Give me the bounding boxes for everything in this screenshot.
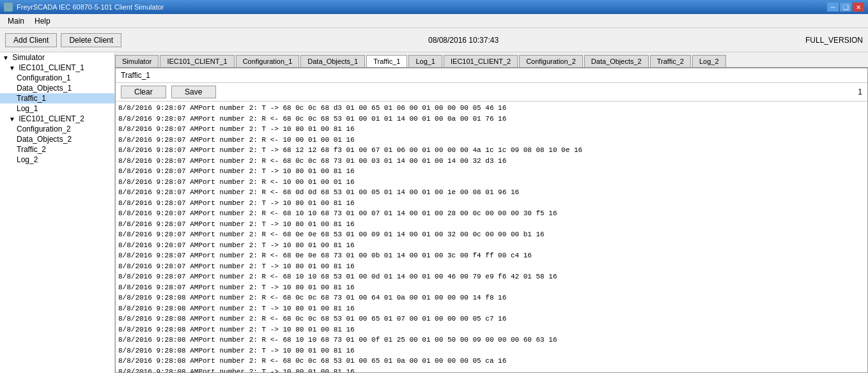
- log-line: 8/8/2016 9:28:08 AMPort number 2: R <- 6…: [118, 335, 865, 346]
- menu-item-help[interactable]: Help: [29, 15, 56, 27]
- log-line: 8/8/2016 9:28:07 AMPort number 2: T -> 1…: [118, 282, 865, 293]
- tab-traffic-2[interactable]: Traffic_2: [650, 55, 691, 67]
- log-line: 8/8/2016 9:28:07 AMPort number 2: R <- 6…: [118, 187, 865, 198]
- log-line: 8/8/2016 9:28:08 AMPort number 2: T -> 1…: [118, 346, 865, 356]
- traffic-toolbar-left: Clear Save: [121, 86, 216, 98]
- sidebar: ▼ Simulator ▼ IEC101_CLIENT_1 Configurat…: [0, 52, 115, 373]
- sidebar-item-iec101-client-1[interactable]: ▼ IEC101_CLIENT_1: [0, 63, 114, 73]
- traffic-panel-title: Traffic_1: [116, 68, 867, 83]
- sidebar-child-label: Log_2: [17, 155, 38, 164]
- app-icon: [4, 3, 13, 11]
- delete-client-button[interactable]: Delete Client: [61, 33, 121, 47]
- sidebar-item-iec101-client-2[interactable]: ▼ IEC101_CLIENT_2: [0, 114, 114, 124]
- add-client-button[interactable]: Add Client: [5, 33, 57, 47]
- sidebar-item-data-objects-1[interactable]: Data_Objects_1: [0, 83, 114, 93]
- toolbar-left: Add Client Delete Client: [5, 33, 121, 47]
- save-button[interactable]: Save: [171, 86, 216, 98]
- log-line: 8/8/2016 9:28:07 AMPort number 2: R <- 6…: [118, 229, 865, 240]
- log-line: 8/8/2016 9:28:07 AMPort number 2: T -> 1…: [118, 240, 865, 251]
- sidebar-root[interactable]: ▼ Simulator: [0, 52, 114, 63]
- log-line: 8/8/2016 9:28:07 AMPort number 2: R <- 6…: [118, 271, 865, 282]
- restore-button[interactable]: ❑: [840, 3, 851, 11]
- tab-log-1[interactable]: Log_1: [408, 55, 442, 67]
- tab-bar: Simulator IEC101_CLIENT_1 Configuration_…: [115, 52, 868, 68]
- sidebar-child-label: Configuration_2: [17, 125, 71, 133]
- tab-data-objects-1[interactable]: Data_Objects_1: [300, 55, 365, 67]
- log-line: 8/8/2016 9:28:07 AMPort number 2: R <- 6…: [118, 114, 865, 125]
- close-button[interactable]: ✕: [853, 3, 864, 11]
- log-line: 8/8/2016 9:28:07 AMPort number 2: R <- 6…: [118, 156, 865, 167]
- sidebar-item-log-1[interactable]: Log_1: [0, 103, 114, 114]
- tab-iec101-client-1[interactable]: IEC101_CLIENT_1: [160, 55, 234, 67]
- log-line: 8/8/2016 9:28:07 AMPort number 2: R <- 6…: [118, 208, 865, 219]
- tab-log-2[interactable]: Log_2: [692, 55, 726, 67]
- sidebar-item-configuration-2[interactable]: Configuration_2: [0, 124, 114, 134]
- toolbar-datetime: 08/08/2016 10:37:43: [428, 36, 499, 45]
- content-area: Simulator IEC101_CLIENT_1 Configuration_…: [115, 52, 868, 373]
- expand-icon: ▼: [9, 65, 15, 72]
- traffic-log[interactable]: 8/8/2016 9:28:07 AMPort number 2: T -> 6…: [116, 102, 867, 372]
- log-line: 8/8/2016 9:28:07 AMPort number 2: T -> 1…: [118, 261, 865, 272]
- log-line: 8/8/2016 9:28:07 AMPort number 2: T -> 1…: [118, 166, 865, 177]
- expand-icon: ▼: [9, 116, 15, 123]
- tab-iec101-client-2[interactable]: IEC101_CLIENT_2: [444, 55, 518, 67]
- traffic-panel: Traffic_1 Clear Save 1 8/8/2016 9:28:07 …: [115, 68, 868, 373]
- sidebar-item-traffic-1[interactable]: Traffic_1: [0, 93, 114, 103]
- log-line: 8/8/2016 9:28:08 AMPort number 2: R <- 6…: [118, 314, 865, 324]
- tab-configuration-1[interactable]: Configuration_1: [236, 55, 300, 67]
- log-line: 8/8/2016 9:28:07 AMPort number 2: T -> 1…: [118, 198, 865, 209]
- sidebar-item-configuration-1[interactable]: Configuration_1: [0, 73, 114, 83]
- sidebar-child-label: Traffic_1: [17, 94, 46, 103]
- sidebar-group1-label: IEC101_CLIENT_1: [19, 63, 84, 72]
- title-bar-left: FreyrSCADA IEC 60870-5-101 Client Simula…: [4, 3, 164, 11]
- tab-configuration-2[interactable]: Configuration_2: [519, 55, 583, 67]
- log-line: 8/8/2016 9:28:07 AMPort number 2: R <- 6…: [118, 250, 865, 261]
- title-bar-controls: ─ ❑ ✕: [827, 3, 864, 11]
- sidebar-child-label: Traffic_2: [17, 145, 46, 154]
- log-line: 8/8/2016 9:28:08 AMPort number 2: R <- 6…: [118, 293, 865, 303]
- sidebar-child-label: Log_1: [17, 104, 38, 113]
- log-line: 8/8/2016 9:28:07 AMPort number 2: T -> 1…: [118, 219, 865, 230]
- sidebar-root-label: Simulator: [12, 53, 45, 62]
- title-bar-title: FreyrSCADA IEC 60870-5-101 Client Simula…: [17, 3, 164, 11]
- sidebar-item-data-objects-2[interactable]: Data_Objects_2: [0, 134, 114, 144]
- log-line: 8/8/2016 9:28:08 AMPort number 2: T -> 1…: [118, 303, 865, 314]
- log-line: 8/8/2016 9:28:07 AMPort number 2: T -> 6…: [118, 103, 865, 114]
- toolbar-version: FULL_VERSION: [805, 36, 863, 45]
- minimize-button[interactable]: ─: [827, 3, 839, 11]
- toolbar: Add Client Delete Client 08/08/2016 10:3…: [0, 28, 868, 52]
- menu-bar: Main Help: [0, 14, 868, 28]
- sidebar-item-traffic-2[interactable]: Traffic_2: [0, 144, 114, 155]
- expand-icon: ▼: [3, 54, 9, 61]
- title-bar: FreyrSCADA IEC 60870-5-101 Client Simula…: [0, 0, 868, 14]
- sidebar-child-label: Configuration_1: [17, 73, 71, 82]
- log-line: 8/8/2016 9:28:07 AMPort number 2: T -> 6…: [118, 145, 865, 156]
- sidebar-child-label: Data_Objects_1: [17, 84, 72, 93]
- traffic-toolbar: Clear Save 1: [116, 83, 867, 102]
- main-area: ▼ Simulator ▼ IEC101_CLIENT_1 Configurat…: [0, 52, 868, 373]
- tab-traffic-1[interactable]: Traffic_1: [366, 55, 407, 68]
- traffic-counter: 1: [858, 88, 862, 96]
- sidebar-item-log-2[interactable]: Log_2: [0, 155, 114, 165]
- log-line: 8/8/2016 9:28:07 AMPort number 2: R <- 1…: [118, 177, 865, 188]
- clear-button[interactable]: Clear: [121, 86, 166, 98]
- log-line: 8/8/2016 9:28:08 AMPort number 2: T -> 1…: [118, 324, 865, 335]
- log-line: 8/8/2016 9:28:08 AMPort number 2: T -> 1…: [118, 367, 865, 373]
- log-line: 8/8/2016 9:28:07 AMPort number 2: T -> 1…: [118, 124, 865, 135]
- tab-simulator[interactable]: Simulator: [115, 55, 159, 67]
- log-line: 8/8/2016 9:28:07 AMPort number 2: R <- 1…: [118, 135, 865, 146]
- sidebar-child-label: Data_Objects_2: [17, 135, 72, 144]
- tab-data-objects-2[interactable]: Data_Objects_2: [584, 55, 649, 67]
- menu-item-main[interactable]: Main: [3, 15, 29, 27]
- sidebar-group2-label: IEC101_CLIENT_2: [19, 114, 84, 123]
- log-line: 8/8/2016 9:28:08 AMPort number 2: R <- 6…: [118, 356, 865, 367]
